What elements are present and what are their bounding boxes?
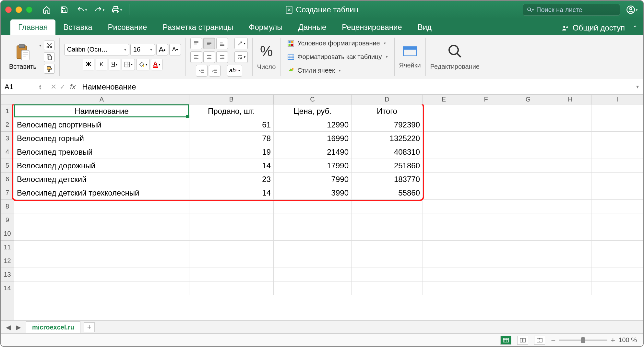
cell-A2[interactable]: Велосипед спортивный xyxy=(14,118,189,132)
cell-styles-button[interactable]: Стили ячеек▾ xyxy=(285,66,342,76)
cell-C2[interactable]: 12990 xyxy=(274,118,352,132)
print-icon[interactable]: ▾ xyxy=(110,3,124,16)
view-normal-button[interactable] xyxy=(500,336,511,345)
sheet-prev-icon[interactable]: ◀ xyxy=(4,323,13,331)
cell-C6[interactable]: 7990 xyxy=(274,173,352,186)
cell-C3[interactable]: 16990 xyxy=(274,132,352,145)
cell-E12[interactable] xyxy=(423,254,465,268)
align-left-button[interactable] xyxy=(190,51,202,63)
column-header-D[interactable]: D xyxy=(352,95,423,104)
cell-H14[interactable] xyxy=(549,281,591,295)
tab-review[interactable]: Рецензирование xyxy=(334,19,410,35)
align-center-button[interactable] xyxy=(203,51,215,63)
cell-F12[interactable] xyxy=(465,254,507,268)
cell-B11[interactable] xyxy=(189,241,274,254)
cell-I2[interactable] xyxy=(591,118,643,132)
cell-H9[interactable] xyxy=(549,213,591,227)
row-header-7[interactable]: 7 xyxy=(1,186,14,200)
column-header-B[interactable]: B xyxy=(189,95,274,104)
maximize-window-button[interactable] xyxy=(26,6,32,13)
cell-C14[interactable] xyxy=(274,281,352,295)
formula-input[interactable] xyxy=(79,82,632,91)
cell-F13[interactable] xyxy=(465,268,507,281)
column-header-A[interactable]: A xyxy=(14,95,189,104)
cell-G2[interactable] xyxy=(507,118,549,132)
expand-formula-bar-icon[interactable]: ▾ xyxy=(632,84,643,90)
redo-icon[interactable]: ▾ xyxy=(92,3,106,16)
cell-I1[interactable] xyxy=(591,104,643,118)
select-all-corner[interactable] xyxy=(1,95,14,104)
tab-insert[interactable]: Вставка xyxy=(55,19,100,35)
tab-formulas[interactable]: Формулы xyxy=(241,19,290,35)
format-as-table-button[interactable]: Форматировать как таблицу▾ xyxy=(285,52,389,62)
cell-E10[interactable] xyxy=(423,227,465,241)
cell-B5[interactable]: 14 xyxy=(189,159,274,173)
tab-data[interactable]: Данные xyxy=(291,19,334,35)
cell-I3[interactable] xyxy=(591,132,643,145)
cut-button[interactable] xyxy=(44,41,55,50)
account-icon[interactable]: ▾ xyxy=(625,3,639,16)
cell-G5[interactable] xyxy=(507,159,549,173)
cell-E1[interactable] xyxy=(423,104,465,118)
cell-A1[interactable]: Наименование xyxy=(14,104,189,118)
row-header-2[interactable]: 2 xyxy=(1,118,14,132)
column-header-G[interactable]: G xyxy=(507,95,549,104)
cell-F6[interactable] xyxy=(465,173,507,186)
cell-A6[interactable]: Велосипед детский xyxy=(14,173,189,186)
cell-G8[interactable] xyxy=(507,200,549,213)
cell-A3[interactable]: Велосипед горный xyxy=(14,132,189,145)
zoom-slider[interactable] xyxy=(559,340,607,341)
cell-C10[interactable] xyxy=(274,227,352,241)
row-header-11[interactable]: 11 xyxy=(1,241,14,254)
cell-C8[interactable] xyxy=(274,200,352,213)
cell-E13[interactable] xyxy=(423,268,465,281)
cell-D13[interactable] xyxy=(352,268,423,281)
cell-I10[interactable] xyxy=(591,227,643,241)
underline-button[interactable]: Ч▾ xyxy=(109,59,120,70)
cell-B4[interactable]: 19 xyxy=(189,145,274,159)
cell-A5[interactable]: Велосипед дорожный xyxy=(14,159,189,173)
minimize-window-button[interactable] xyxy=(16,6,22,13)
fx-label[interactable]: fx xyxy=(70,83,76,91)
view-page-layout-button[interactable] xyxy=(517,336,528,345)
undo-icon[interactable]: ▾ xyxy=(75,3,89,16)
cell-A8[interactable] xyxy=(14,200,189,213)
zoom-out-button[interactable]: − xyxy=(551,336,555,345)
cell-B8[interactable] xyxy=(189,200,274,213)
cell-C7[interactable]: 3990 xyxy=(274,186,352,200)
cell-B10[interactable] xyxy=(189,227,274,241)
increase-indent-button[interactable] xyxy=(209,65,221,77)
wrap-text-button[interactable]: ▾ xyxy=(234,51,248,63)
column-header-C[interactable]: C xyxy=(274,95,352,104)
cell-A10[interactable] xyxy=(14,227,189,241)
cell-G1[interactable] xyxy=(507,104,549,118)
view-page-break-button[interactable] xyxy=(534,336,545,345)
column-header-H[interactable]: H xyxy=(549,95,591,104)
row-header-1[interactable]: 1 xyxy=(1,104,14,118)
cell-F7[interactable] xyxy=(465,186,507,200)
cell-I12[interactable] xyxy=(591,254,643,268)
cell-H7[interactable] xyxy=(549,186,591,200)
cell-C5[interactable]: 17990 xyxy=(274,159,352,173)
tab-draw[interactable]: Рисование xyxy=(100,19,155,35)
tab-home[interactable]: Главная xyxy=(10,19,55,35)
cell-G10[interactable] xyxy=(507,227,549,241)
cell-B3[interactable]: 78 xyxy=(189,132,274,145)
cell-H5[interactable] xyxy=(549,159,591,173)
column-header-E[interactable]: E xyxy=(423,95,465,104)
percent-icon[interactable]: % xyxy=(260,43,273,59)
cell-D3[interactable]: 1325220 xyxy=(352,132,423,145)
zoom-level[interactable]: 100 % xyxy=(618,336,637,344)
row-header-10[interactable]: 10 xyxy=(1,227,14,241)
cell-I7[interactable] xyxy=(591,186,643,200)
cell-A12[interactable] xyxy=(14,254,189,268)
bold-button[interactable]: Ж xyxy=(83,59,94,70)
cell-H10[interactable] xyxy=(549,227,591,241)
column-header-I[interactable]: I xyxy=(591,95,643,104)
cell-F2[interactable] xyxy=(465,118,507,132)
cell-B12[interactable] xyxy=(189,254,274,268)
cell-D10[interactable] xyxy=(352,227,423,241)
add-sheet-button[interactable]: + xyxy=(84,322,95,332)
font-size-combo[interactable]: 16▾ xyxy=(130,44,155,55)
tab-layout[interactable]: Разметка страницы xyxy=(155,19,241,35)
